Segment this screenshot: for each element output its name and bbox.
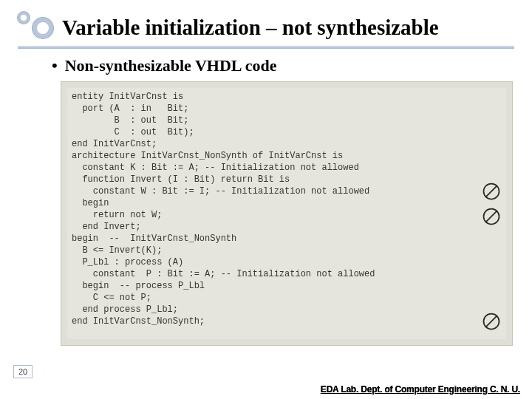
code-line: port (A : in Bit; <box>72 103 502 115</box>
code-line: constant K : Bit := A; -- Initialization… <box>72 162 502 174</box>
svg-line-5 <box>485 316 497 327</box>
ring-icon <box>18 12 30 24</box>
code-line: end Invert; <box>72 221 502 233</box>
code-text: entity InitVarCnst is port (A : in Bit; … <box>67 88 506 339</box>
page-title: Variable initialization – not synthesiza… <box>62 16 439 40</box>
code-line: B : out Bit; <box>72 115 502 126</box>
code-line: end process P_Lbl; <box>72 304 502 316</box>
code-figure: entity InitVarCnst is port (A : in Bit; … <box>61 81 513 346</box>
code-line: constant W : Bit := I; -- Initialization… <box>72 185 502 197</box>
code-line: end InitVarCnst_NonSynth; <box>72 316 502 327</box>
slide-header: Variable initialization – not synthesiza… <box>18 12 514 43</box>
code-line: P_Lbl : process (A) <box>72 256 502 268</box>
code-line: begin -- process P_Lbl <box>72 280 502 292</box>
svg-line-3 <box>485 211 497 222</box>
code-line: constant P : Bit := A; -- Initialization… <box>72 268 502 280</box>
title-underline <box>18 46 514 49</box>
code-line: entity InitVarCnst is <box>72 91 502 103</box>
code-line: C : out Bit); <box>72 126 502 138</box>
code-line: return not W; <box>72 209 502 221</box>
prohibit-icon <box>481 181 502 202</box>
scanned-code-block: entity InitVarCnst is port (A : in Bit; … <box>61 81 513 346</box>
code-line: begin <box>72 197 502 209</box>
code-line: function Invert (I : Bit) return Bit is <box>72 174 502 185</box>
svg-line-1 <box>485 185 497 197</box>
code-line: C <= not P; <box>72 292 502 304</box>
title-decor <box>18 12 55 43</box>
prohibit-icon <box>481 206 502 227</box>
department-footer: EDA Lab. Dept. of Computer Engineering C… <box>321 384 520 395</box>
code-line: begin -- InitVarCnst_NonSynth <box>72 233 502 245</box>
page-number-badge: 20 <box>13 365 33 378</box>
code-line: end InitVarCnst; <box>72 138 502 150</box>
bullet-item: • Non-synthesizable VHDL code <box>52 56 514 75</box>
slide: Variable initialization – not synthesiza… <box>0 0 532 399</box>
ring-icon <box>33 18 53 38</box>
code-line: architecture InitVarCnst_NonSynth of Ini… <box>72 150 502 162</box>
code-line: B <= Invert(K); <box>72 245 502 256</box>
bullet-text: Non-synthesizable VHDL code <box>65 56 277 75</box>
bullet-dot: • <box>52 58 58 74</box>
prohibit-icon <box>481 311 502 332</box>
